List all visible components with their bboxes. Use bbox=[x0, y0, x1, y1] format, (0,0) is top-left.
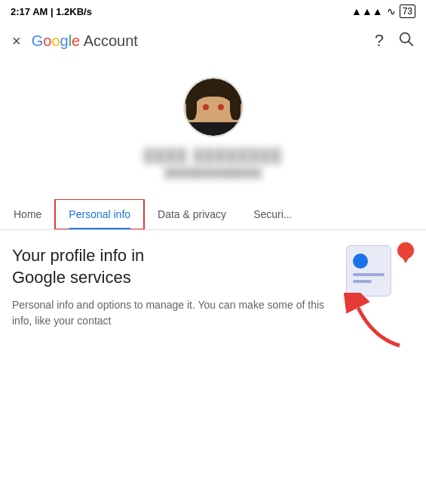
illus-line-1 bbox=[353, 273, 385, 276]
status-time-speed: 2:17 AM | 1.2KB/s bbox=[11, 6, 92, 17]
nav-tabs: Home Personal info Data & privacy Securi… bbox=[0, 199, 426, 230]
profile-section: ████ ████████ ██████████████ bbox=[0, 59, 426, 190]
google-o1: o bbox=[43, 32, 51, 49]
profile-email: ██████████████ bbox=[164, 167, 262, 178]
header-right: ? bbox=[375, 30, 414, 51]
illustration bbox=[346, 242, 414, 303]
section-description: Personal info and options to manage it. … bbox=[12, 297, 339, 329]
status-time: 2:17 AM bbox=[11, 6, 48, 17]
illus-line-2 bbox=[353, 280, 372, 283]
illus-card bbox=[346, 245, 391, 297]
status-bar: 2:17 AM | 1.2KB/s ▲▲▲ ∿ 73 bbox=[0, 0, 426, 23]
tab-personal-info[interactable]: Personal info bbox=[55, 199, 144, 229]
app-header: × Google Account ? bbox=[0, 23, 426, 59]
avatar-eye-left bbox=[203, 104, 209, 110]
search-button[interactable] bbox=[397, 30, 414, 51]
app-title: Google Account bbox=[32, 32, 138, 50]
account-suffix: Account bbox=[80, 32, 138, 49]
illus-lines bbox=[353, 273, 385, 287]
illus-pin bbox=[390, 242, 414, 272]
header-left: × Google Account bbox=[12, 32, 138, 50]
signal-icon: ▲▲▲ bbox=[351, 5, 383, 17]
content-section: Your profile info inGoogle services Pers… bbox=[0, 230, 426, 341]
close-button[interactable]: × bbox=[12, 33, 21, 48]
battery-icon: 73 bbox=[400, 5, 415, 18]
google-e: e bbox=[72, 32, 80, 49]
avatar bbox=[183, 77, 244, 137]
wifi-icon: ∿ bbox=[387, 5, 396, 17]
tab-home[interactable]: Home bbox=[0, 199, 55, 229]
google-o2: o bbox=[51, 32, 60, 49]
avatar-eye-right bbox=[218, 104, 224, 110]
avatar-eyes bbox=[185, 104, 242, 110]
help-button[interactable]: ? bbox=[375, 31, 384, 51]
section-text: Your profile info inGoogle services Pers… bbox=[12, 245, 339, 329]
tab-data-privacy[interactable]: Data & privacy bbox=[144, 199, 240, 229]
profile-name: ████ ████████ bbox=[143, 148, 282, 164]
avatar-collar bbox=[188, 122, 238, 136]
avatar-face bbox=[185, 78, 242, 136]
section-title: Your profile info inGoogle services bbox=[12, 245, 339, 288]
section-with-illustration: Your profile info inGoogle services Pers… bbox=[12, 245, 414, 329]
google-g: G bbox=[32, 32, 44, 49]
status-speed: 1.2KB/s bbox=[56, 6, 92, 17]
illus-pin-tail bbox=[400, 253, 412, 263]
illus-avatar-small bbox=[353, 254, 368, 269]
status-icons: ▲▲▲ ∿ 73 bbox=[351, 5, 415, 18]
tab-security[interactable]: Securi... bbox=[240, 199, 305, 229]
svg-line-1 bbox=[409, 41, 412, 45]
google-g2: g bbox=[60, 32, 69, 49]
